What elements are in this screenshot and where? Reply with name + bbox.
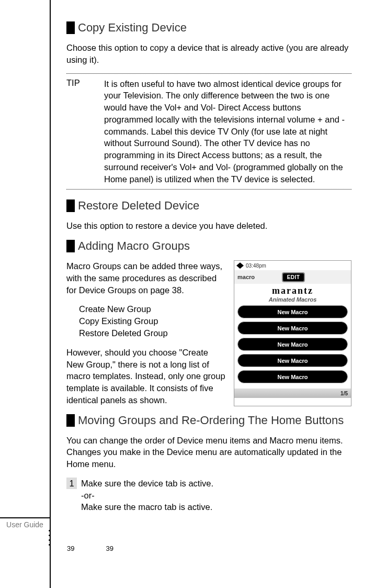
signal-icon — [236, 262, 244, 269]
heading-title: Moving Groups and Re-Ordering The Home B… — [78, 414, 344, 427]
section-heading-copy: Copy Existing Device — [66, 21, 351, 35]
step-line: -or- — [81, 490, 213, 502]
screenshot-time: 03:48pm — [246, 263, 266, 269]
heading-bullet-icon — [66, 199, 75, 212]
copy-body: Choose this option to copy a device that… — [66, 42, 351, 66]
tip-text: It is often useful to have two almost id… — [104, 78, 351, 185]
screenshot-macro-button: New Macro — [237, 321, 348, 335]
heading-title: Copy Existing Device — [78, 21, 187, 35]
adding-text-column: Macro Groups can be added three ways, wi… — [66, 260, 226, 406]
step-line: Make sure the macro tab is active. — [81, 501, 213, 513]
screenshot-macro-button: New Macro — [237, 305, 348, 318]
section-heading-restore: Restore Deleted Device — [66, 199, 351, 213]
screenshot-topbar: 03:48pm — [234, 261, 351, 270]
restore-body: Use this option to restore a device you … — [66, 220, 351, 232]
heading-title: Restore Deleted Device — [78, 199, 199, 213]
screenshot-macro-button: New Macro — [237, 354, 348, 367]
screenshot-tab-label: macro — [237, 274, 255, 280]
page-number: 39 — [67, 545, 74, 552]
list-item: Restore Deleted Group — [79, 327, 226, 339]
list-item: Create New Group — [79, 303, 226, 315]
page-number: 39 — [106, 545, 113, 552]
heading-bullet-icon — [66, 240, 75, 252]
adding-intro: Macro Groups can be added three ways, wi… — [66, 260, 226, 296]
step-number: 1 — [66, 478, 77, 489]
screenshot-subtitle: Animated Macros — [234, 296, 351, 305]
moving-body: You can change the order of Device menu … — [66, 435, 351, 470]
heading-bullet-icon — [66, 414, 75, 427]
heading-title: Adding Macro Groups — [78, 239, 190, 253]
device-screenshot: 03:48pm macro EDIT marantz Animated Macr… — [234, 260, 351, 406]
adding-outro: However, should you choose "Create New G… — [66, 347, 226, 406]
page-content: Copy Existing Device Choose this option … — [50, 0, 375, 588]
screenshot-edit-badge: EDIT — [282, 272, 305, 282]
section-heading-moving: Moving Groups and Re-Ordering The Home B… — [66, 414, 351, 427]
list-item: Copy Existing Group — [79, 315, 226, 327]
heading-bullet-icon — [66, 21, 75, 34]
step-line: Make sure the device tab is active. — [81, 478, 213, 490]
step-1: 1 Make sure the device tab is active. -o… — [66, 478, 351, 513]
screenshot-brand: marantz — [234, 284, 351, 296]
page-number-row: 39 39 — [67, 545, 113, 552]
screenshot-bottom-bar: 1/5 — [234, 389, 351, 398]
screenshot-button-list: New Macro New Macro New Macro New Macro … — [234, 305, 351, 389]
tip-label: TIP — [66, 78, 104, 185]
screenshot-macro-button: New Macro — [237, 338, 348, 351]
screenshot-edit-row: macro EDIT — [234, 270, 351, 284]
footer-dots-icon — [49, 530, 51, 549]
footer-user-guide: User Guide — [0, 517, 50, 529]
adding-section-row: Macro Groups can be added three ways, wi… — [66, 260, 351, 406]
step-text: Make sure the device tab is active. -or-… — [81, 478, 213, 513]
tip-block: TIP It is often useful to have two almos… — [66, 73, 351, 190]
adding-options-list: Create New Group Copy Existing Group Res… — [79, 303, 226, 339]
section-heading-adding: Adding Macro Groups — [66, 239, 351, 253]
screenshot-page-indicator: 1/5 — [340, 391, 348, 396]
screenshot-macro-button: New Macro — [237, 370, 348, 383]
